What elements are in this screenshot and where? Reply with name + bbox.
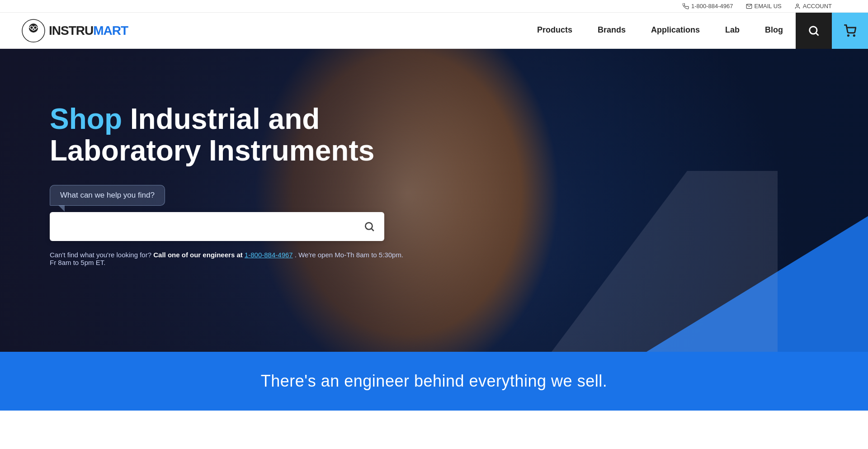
hero-section: Shop Industrial and Laboratory Instrumen… (0, 49, 868, 352)
hero-call-text: Call one of our engineers at (153, 251, 245, 259)
nav-products[interactable]: Products (524, 13, 585, 48)
top-bar: 1-800-884-4967 EMAIL US ACCOUNT (0, 0, 868, 13)
main-nav: INSTRUMART Products Brands Applications … (0, 13, 868, 49)
phone-link[interactable]: 1-800-884-4967 (683, 3, 733, 9)
search-input[interactable] (57, 222, 362, 231)
svg-point-1 (796, 4, 798, 6)
nav-links: Products Brands Applications Lab Blog (128, 13, 796, 48)
search-submit-icon (363, 221, 375, 232)
account-label: ACCOUNT (803, 3, 832, 9)
chat-bubble: What can we help you find? (50, 185, 165, 206)
svg-point-12 (854, 35, 854, 36)
email-link[interactable]: EMAIL US (746, 3, 782, 9)
logo-icon (22, 19, 45, 43)
search-submit-button[interactable] (362, 219, 377, 234)
nav-brands[interactable]: Brands (585, 13, 638, 48)
blue-banner: There's an engineer behind everything we… (0, 352, 868, 411)
account-icon (794, 3, 801, 9)
phone-number: 1-800-884-4967 (691, 3, 733, 9)
nav-applications[interactable]: Applications (638, 13, 712, 48)
account-link[interactable]: ACCOUNT (794, 3, 832, 9)
svg-line-14 (372, 229, 374, 231)
hero-phone-link[interactable]: 1-800-884-4967 (245, 251, 293, 259)
svg-point-9 (810, 26, 817, 33)
logo-text: INSTRUMART (49, 24, 128, 38)
svg-line-10 (816, 33, 818, 35)
search-icon (807, 24, 820, 37)
hero-subtext: Can't find what you're looking for? Call… (50, 251, 407, 266)
hero-content: Shop Industrial and Laboratory Instrumen… (0, 49, 407, 266)
svg-point-11 (848, 35, 849, 36)
banner-text: There's an engineer behind everything we… (261, 372, 607, 391)
logo-link[interactable]: INSTRUMART (0, 19, 128, 43)
cart-button[interactable] (832, 13, 868, 49)
email-icon (746, 3, 752, 9)
nav-blog[interactable]: Blog (752, 13, 796, 48)
hero-title: Shop Industrial and Laboratory Instrumen… (50, 103, 407, 167)
email-label: EMAIL US (755, 3, 782, 9)
nav-icon-area (796, 13, 868, 49)
search-bar (50, 212, 384, 241)
cart-icon (844, 24, 856, 37)
search-button[interactable] (796, 13, 832, 49)
nav-lab[interactable]: Lab (712, 13, 752, 48)
svg-point-13 (365, 222, 372, 229)
phone-icon (683, 3, 689, 9)
